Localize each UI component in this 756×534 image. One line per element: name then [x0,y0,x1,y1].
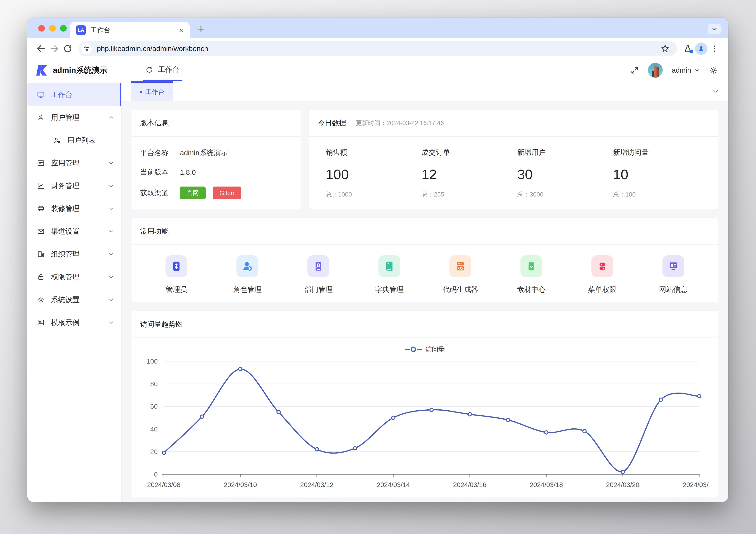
sidebar-item-label: 装修管理 [51,204,102,214]
template-icon [37,318,45,327]
reload-button[interactable] [61,42,74,55]
browser-profile-avatar[interactable] [694,42,708,55]
sidebar-item-user-management[interactable]: 用户管理 [27,106,121,129]
browser-window: LA 工作台 × + php.likeadmin.cn/admin/workbe… [27,18,728,502]
site-info-monitor-icon [662,255,684,277]
browser-tab[interactable]: LA 工作台 × [70,22,190,38]
building-icon [37,250,45,258]
quick-item-material-center[interactable]: 素材中心 [496,255,567,302]
svg-text:2024/03/18: 2024/03/18 [530,481,563,489]
sidebar-item-label: 模板示例 [51,318,102,328]
tab-favicon: LA [76,25,86,35]
app-logo-icon [35,64,48,77]
close-window-button[interactable] [38,25,45,32]
sidebar: 工作台 用户管理 用户列表 应用管理 财务管理 [27,81,122,502]
quick-item-menu-permission[interactable]: 菜单权限 [567,255,638,302]
tab-close-icon[interactable]: × [179,26,183,34]
site-controls-icon[interactable] [81,43,92,54]
page-tab-label: 工作台 [145,88,165,96]
header-actions: admin [631,59,728,81]
quick-item-admin[interactable]: 管理员 [141,255,212,302]
svg-text:80: 80 [150,380,158,387]
material-bag-icon [521,255,542,277]
maximize-window-button[interactable] [60,25,67,32]
sidebar-item-app-management[interactable]: 应用管理 [27,152,121,174]
svg-text:0: 0 [154,471,158,478]
experiments-flask-icon[interactable] [681,42,694,55]
chevron-down-icon [108,319,114,326]
svg-text:2024/03/08: 2024/03/08 [147,481,180,489]
quick-item-site-info[interactable]: 网站信息 [638,255,709,302]
flask-badge-dot [689,50,693,53]
chevron-up-icon [108,114,114,120]
page-tab-bar: 工作台 [122,81,728,101]
header-nav: 工作台 [129,59,631,81]
quick-item-dictionary[interactable]: 字典管理 [354,255,425,302]
sidebar-item-label: 用户列表 [67,136,114,145]
main-area: 工作台 版本信息 平台名称 admin系统演示 [122,81,728,502]
sidebar-item-template-examples[interactable]: 模板示例 [27,311,121,334]
sidebar-item-label: 组织管理 [51,250,102,259]
sidebar-item-user-list[interactable]: 用户列表 [27,129,121,152]
sidebar-item-system-settings[interactable]: 系统设置 [27,288,121,311]
page-tab-workbench[interactable]: 工作台 [131,81,173,101]
svg-text:2024/03/14: 2024/03/14 [377,481,410,489]
browser-menu-icon[interactable] [708,42,721,55]
quick-functions-card: 常用功能 管理员 角色管理 [131,218,718,302]
app-title: admin系统演示 [53,65,107,76]
gear-icon [37,296,45,304]
user-menu[interactable]: admin [672,66,700,74]
chevron-down-icon [694,67,700,73]
back-button[interactable] [35,42,48,55]
svg-text:2024/03/12: 2024/03/12 [300,481,333,489]
user-name: admin [672,66,691,74]
chevron-down-icon [108,228,114,234]
chart-legend[interactable]: 访问量 [141,345,709,354]
minimize-window-button[interactable] [49,25,56,32]
sidebar-item-permission-management[interactable]: 权限管理 [27,266,121,288]
decoration-icon [37,204,45,213]
tab-bar-chevron-icon[interactable] [712,88,719,95]
sidebar-item-decoration-management[interactable]: 装修管理 [27,197,121,220]
app-logo-brand[interactable]: admin系统演示 [27,59,129,81]
user-icon [37,114,45,121]
svg-text:40: 40 [150,426,158,433]
svg-text:2024/03/10: 2024/03/10 [224,481,257,489]
sidebar-item-label: 系统设置 [51,295,102,305]
version-card: 版本信息 平台名称 admin系统演示 当前版本 1.8.0 获 [131,110,301,209]
chevron-down-icon [108,183,114,189]
sidebar-item-label: 权限管理 [51,272,102,282]
stat-new-visits: 新增访问量 10 总：100 [613,147,709,209]
sidebar-item-workbench[interactable]: 工作台 [27,83,121,106]
tab-search-chevron-icon[interactable] [708,24,721,35]
url-bar[interactable]: php.likeadmin.cn/admin/workbench [79,41,677,56]
official-site-button[interactable]: 官网 [180,187,205,200]
user-avatar[interactable] [648,63,663,78]
sidebar-item-finance-management[interactable]: 财务管理 [27,174,121,197]
svg-text:2024/03/22: 2024/03/22 [683,481,709,489]
nav-tab-workbench[interactable]: 工作台 [143,59,182,81]
stat-orders: 成交订单 12 总：255 [421,147,517,209]
department-card-icon [308,255,329,277]
svg-text:2024/03/16: 2024/03/16 [453,481,487,489]
quick-item-department[interactable]: 部门管理 [283,255,354,302]
new-tab-button[interactable]: + [198,23,204,35]
bookmark-star-icon[interactable] [659,42,672,55]
chart-card-title: 访问量趋势图 [140,319,183,329]
gitee-button[interactable]: Gitee [213,187,241,200]
quick-item-role[interactable]: 角色管理 [212,255,283,302]
forward-button[interactable] [48,42,61,55]
stat-new-users: 新增用户 30 总：3000 [517,147,613,209]
platform-name-value: admin系统演示 [180,148,228,158]
legend-label: 访问量 [425,345,445,354]
settings-gear-icon[interactable] [709,66,718,75]
sidebar-item-organization-management[interactable]: 组织管理 [27,243,121,266]
app-header: admin系统演示 工作台 [27,59,728,81]
sidebar-item-label: 应用管理 [51,158,102,168]
quick-item-code-generator[interactable]: 代码生成器 [425,255,496,302]
role-user-gear-icon [236,255,258,277]
visits-trend-card: 访问量趋势图 访问量 0204060801002024/03/082024/03… [131,311,718,497]
fullscreen-icon[interactable] [631,66,639,74]
sidebar-item-channel-settings[interactable]: 渠道设置 [27,220,121,243]
refresh-icon[interactable] [145,66,153,74]
